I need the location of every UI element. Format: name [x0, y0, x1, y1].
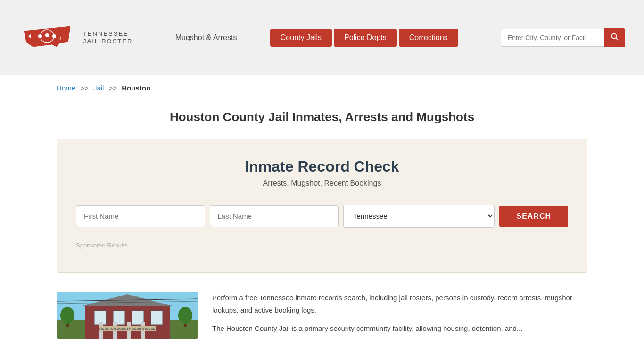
police-depts-button[interactable]: Police Depts: [334, 29, 397, 47]
header-search-area: [501, 28, 625, 47]
breadcrumb-sep-2: >>: [109, 84, 117, 92]
logo-area: ♪ TENNESSEE JAIL ROSTER: [19, 16, 132, 59]
page-title: Houston County Jail Inmates, Arrests and…: [19, 110, 625, 124]
svg-text:HOUSTON COUNTY COURTHOUSE: HOUSTON COUNTY COURTHOUSE: [99, 327, 155, 330]
content-section: HOUSTON COUNTY COURTHOUSE Perform a free…: [0, 287, 644, 360]
inmate-search-form: AlabamaAlaskaArizonaArkansasCaliforniaCo…: [76, 205, 568, 228]
page-title-section: Houston County Jail Inmates, Arrests and…: [0, 100, 644, 139]
breadcrumb-current: Houston: [122, 84, 150, 92]
header-search-button[interactable]: [604, 28, 625, 47]
svg-point-3: [52, 34, 56, 38]
last-name-input[interactable]: [210, 205, 339, 227]
svg-text:♪: ♪: [59, 35, 62, 41]
site-logo: ♪: [19, 16, 75, 59]
svg-point-23: [60, 307, 74, 324]
sponsored-label: Sponsored Results: [76, 242, 568, 249]
svg-rect-14: [151, 311, 163, 325]
corrections-button[interactable]: Corrections: [399, 29, 458, 47]
county-jails-button[interactable]: County Jails: [270, 29, 332, 47]
logo-title: TENNESSEE JAIL ROSTER: [83, 30, 132, 45]
first-name-input[interactable]: [76, 205, 205, 227]
svg-point-2: [45, 33, 49, 37]
svg-point-6: [611, 33, 616, 38]
svg-point-25: [178, 307, 192, 324]
search-icon: [611, 33, 619, 41]
breadcrumb-sep-1: >>: [80, 84, 89, 92]
breadcrumb-home[interactable]: Home: [57, 84, 75, 92]
breadcrumb-jail[interactable]: Jail: [93, 84, 104, 92]
courthouse-illustration: HOUSTON COUNTY COURTHOUSE: [57, 292, 198, 339]
content-text: Perform a free Tennessee inmate records …: [212, 292, 587, 341]
logo-text-block: TENNESSEE JAIL ROSTER: [83, 30, 132, 45]
mugshot-arrests-link[interactable]: Mugshot & Arrests: [175, 33, 237, 42]
svg-point-1: [38, 34, 42, 38]
record-check-box: Inmate Record Check Arrests, Mugshot, Re…: [57, 139, 587, 273]
content-paragraph-1: Perform a free Tennessee inmate records …: [212, 292, 587, 316]
courthouse-image: HOUSTON COUNTY COURTHOUSE: [57, 292, 198, 339]
content-paragraph-2: The Houston County Jail is a primary sec…: [212, 322, 587, 335]
nav-buttons-group: County Jails Police Depts Corrections: [270, 29, 458, 47]
site-header: ♪ TENNESSEE JAIL ROSTER Mugshot & Arrest…: [0, 0, 644, 75]
header-search-input[interactable]: [501, 29, 604, 47]
svg-line-7: [616, 38, 618, 40]
breadcrumb: Home >> Jail >> Houston: [0, 75, 644, 100]
state-select[interactable]: AlabamaAlaskaArizonaArkansasCaliforniaCo…: [343, 205, 495, 228]
record-check-subtitle: Arrests, Mugshot, Recent Bookings: [76, 179, 568, 188]
record-check-title: Inmate Record Check: [76, 158, 568, 175]
inmate-search-button[interactable]: SEARCH: [499, 206, 568, 227]
